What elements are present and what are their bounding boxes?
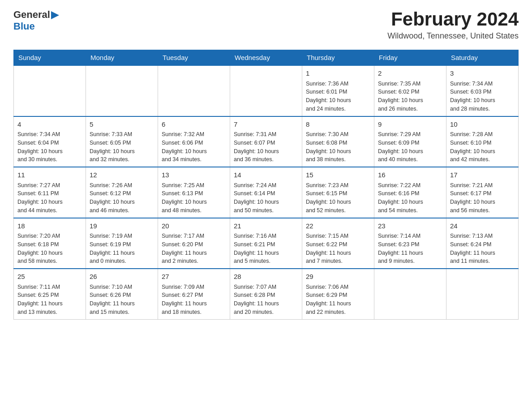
day-info: Sunrise: 7:25 AM Sunset: 6:13 PM Dayligh… xyxy=(162,181,226,215)
calendar-cell: 26Sunrise: 7:10 AM Sunset: 6:26 PM Dayli… xyxy=(86,269,158,319)
day-number: 11 xyxy=(17,170,82,180)
day-info: Sunrise: 7:29 AM Sunset: 6:09 PM Dayligh… xyxy=(378,130,442,164)
day-info: Sunrise: 7:28 AM Sunset: 6:10 PM Dayligh… xyxy=(450,130,515,164)
calendar-cell: 2Sunrise: 7:35 AM Sunset: 6:02 PM Daylig… xyxy=(374,65,446,116)
day-number: 21 xyxy=(234,221,298,231)
day-number: 3 xyxy=(450,68,515,79)
day-number: 10 xyxy=(450,120,515,130)
day-info: Sunrise: 7:31 AM Sunset: 6:07 PM Dayligh… xyxy=(234,130,298,164)
calendar-cell: 4Sunrise: 7:34 AM Sunset: 6:04 PM Daylig… xyxy=(14,116,86,167)
day-info: Sunrise: 7:16 AM Sunset: 6:21 PM Dayligh… xyxy=(234,232,298,265)
day-number: 12 xyxy=(90,170,154,180)
day-number: 14 xyxy=(234,170,298,180)
calendar-cell: 6Sunrise: 7:32 AM Sunset: 6:06 PM Daylig… xyxy=(158,116,230,167)
logo-arrow-icon xyxy=(51,11,59,19)
calendar-cell: 22Sunrise: 7:15 AM Sunset: 6:22 PM Dayli… xyxy=(302,218,374,269)
title-area: February 2024 Wildwood, Tennessee, Unite… xyxy=(387,9,519,41)
week-row-4: 18Sunrise: 7:20 AM Sunset: 6:18 PM Dayli… xyxy=(14,218,519,269)
calendar-cell: 14Sunrise: 7:24 AM Sunset: 6:14 PM Dayli… xyxy=(230,167,302,218)
day-info: Sunrise: 7:19 AM Sunset: 6:19 PM Dayligh… xyxy=(90,232,154,265)
day-info: Sunrise: 7:22 AM Sunset: 6:16 PM Dayligh… xyxy=(378,181,442,215)
calendar-cell: 3Sunrise: 7:34 AM Sunset: 6:03 PM Daylig… xyxy=(446,65,519,116)
logo-blue: Blue xyxy=(13,21,35,32)
day-number: 20 xyxy=(162,221,226,231)
day-info: Sunrise: 7:34 AM Sunset: 6:03 PM Dayligh… xyxy=(450,80,515,113)
weekday-monday: Monday xyxy=(86,50,158,66)
location-subtitle: Wildwood, Tennessee, United States xyxy=(387,31,519,41)
calendar-cell: 13Sunrise: 7:25 AM Sunset: 6:13 PM Dayli… xyxy=(158,167,230,218)
day-info: Sunrise: 7:35 AM Sunset: 6:02 PM Dayligh… xyxy=(378,80,442,113)
calendar-cell: 7Sunrise: 7:31 AM Sunset: 6:07 PM Daylig… xyxy=(230,116,302,167)
calendar-cell: 17Sunrise: 7:21 AM Sunset: 6:17 PM Dayli… xyxy=(446,167,519,218)
day-number: 25 xyxy=(17,272,82,282)
day-number: 8 xyxy=(306,120,370,130)
day-number: 28 xyxy=(234,272,298,282)
page-header: General Blue February 2024 Wildwood, Ten… xyxy=(13,9,519,41)
day-info: Sunrise: 7:10 AM Sunset: 6:26 PM Dayligh… xyxy=(90,283,154,317)
calendar-cell: 10Sunrise: 7:28 AM Sunset: 6:10 PM Dayli… xyxy=(446,116,519,167)
calendar-cell xyxy=(158,65,230,116)
day-info: Sunrise: 7:32 AM Sunset: 6:06 PM Dayligh… xyxy=(162,130,226,164)
calendar-cell: 5Sunrise: 7:33 AM Sunset: 6:05 PM Daylig… xyxy=(86,116,158,167)
calendar-cell: 25Sunrise: 7:11 AM Sunset: 6:25 PM Dayli… xyxy=(14,269,86,319)
calendar-cell: 21Sunrise: 7:16 AM Sunset: 6:21 PM Dayli… xyxy=(230,218,302,269)
day-number: 17 xyxy=(450,170,515,180)
day-number: 1 xyxy=(306,68,370,79)
calendar-cell: 28Sunrise: 7:07 AM Sunset: 6:28 PM Dayli… xyxy=(230,269,302,319)
day-number: 5 xyxy=(90,120,154,130)
day-number: 24 xyxy=(450,221,515,231)
calendar-cell: 8Sunrise: 7:30 AM Sunset: 6:08 PM Daylig… xyxy=(302,116,374,167)
day-info: Sunrise: 7:17 AM Sunset: 6:20 PM Dayligh… xyxy=(162,232,226,265)
weekday-sunday: Sunday xyxy=(14,50,86,66)
weekday-tuesday: Tuesday xyxy=(158,50,230,66)
logo-general: General xyxy=(13,9,50,21)
calendar-cell xyxy=(374,269,446,319)
calendar-cell: 29Sunrise: 7:06 AM Sunset: 6:29 PM Dayli… xyxy=(302,269,374,319)
calendar-cell: 9Sunrise: 7:29 AM Sunset: 6:09 PM Daylig… xyxy=(374,116,446,167)
calendar-header: SundayMondayTuesdayWednesdayThursdayFrid… xyxy=(14,50,519,66)
calendar-body: 1Sunrise: 7:36 AM Sunset: 6:01 PM Daylig… xyxy=(14,65,519,319)
day-info: Sunrise: 7:33 AM Sunset: 6:05 PM Dayligh… xyxy=(90,130,154,164)
day-number: 18 xyxy=(17,221,82,231)
day-info: Sunrise: 7:14 AM Sunset: 6:23 PM Dayligh… xyxy=(378,232,442,265)
week-row-5: 25Sunrise: 7:11 AM Sunset: 6:25 PM Dayli… xyxy=(14,269,519,319)
day-number: 9 xyxy=(378,120,442,130)
day-info: Sunrise: 7:21 AM Sunset: 6:17 PM Dayligh… xyxy=(450,181,515,215)
week-row-2: 4Sunrise: 7:34 AM Sunset: 6:04 PM Daylig… xyxy=(14,116,519,167)
calendar-cell: 11Sunrise: 7:27 AM Sunset: 6:11 PM Dayli… xyxy=(14,167,86,218)
calendar-cell: 20Sunrise: 7:17 AM Sunset: 6:20 PM Dayli… xyxy=(158,218,230,269)
weekday-thursday: Thursday xyxy=(302,50,374,66)
calendar-cell: 1Sunrise: 7:36 AM Sunset: 6:01 PM Daylig… xyxy=(302,65,374,116)
week-row-1: 1Sunrise: 7:36 AM Sunset: 6:01 PM Daylig… xyxy=(14,65,519,116)
weekday-saturday: Saturday xyxy=(446,50,519,66)
day-number: 29 xyxy=(306,272,370,282)
day-number: 22 xyxy=(306,221,370,231)
day-info: Sunrise: 7:09 AM Sunset: 6:27 PM Dayligh… xyxy=(162,283,226,317)
logo: General Blue xyxy=(13,9,59,32)
day-info: Sunrise: 7:27 AM Sunset: 6:11 PM Dayligh… xyxy=(17,181,82,215)
calendar-cell xyxy=(14,65,86,116)
calendar-cell xyxy=(86,65,158,116)
calendar-cell: 27Sunrise: 7:09 AM Sunset: 6:27 PM Dayli… xyxy=(158,269,230,319)
day-info: Sunrise: 7:20 AM Sunset: 6:18 PM Dayligh… xyxy=(17,232,82,265)
day-number: 7 xyxy=(234,120,298,130)
day-number: 4 xyxy=(17,120,82,130)
calendar-cell: 12Sunrise: 7:26 AM Sunset: 6:12 PM Dayli… xyxy=(86,167,158,218)
day-number: 16 xyxy=(378,170,442,180)
calendar-table: SundayMondayTuesdayWednesdayThursdayFrid… xyxy=(13,50,519,320)
day-number: 26 xyxy=(90,272,154,282)
day-info: Sunrise: 7:24 AM Sunset: 6:14 PM Dayligh… xyxy=(234,181,298,215)
calendar-cell: 15Sunrise: 7:23 AM Sunset: 6:15 PM Dayli… xyxy=(302,167,374,218)
calendar-cell: 19Sunrise: 7:19 AM Sunset: 6:19 PM Dayli… xyxy=(86,218,158,269)
day-number: 2 xyxy=(378,68,442,79)
day-number: 6 xyxy=(162,120,226,130)
calendar-cell xyxy=(230,65,302,116)
day-info: Sunrise: 7:06 AM Sunset: 6:29 PM Dayligh… xyxy=(306,283,370,317)
calendar-cell: 24Sunrise: 7:13 AM Sunset: 6:24 PM Dayli… xyxy=(446,218,519,269)
day-info: Sunrise: 7:26 AM Sunset: 6:12 PM Dayligh… xyxy=(90,181,154,215)
day-info: Sunrise: 7:13 AM Sunset: 6:24 PM Dayligh… xyxy=(450,232,515,265)
calendar-cell xyxy=(446,269,519,319)
day-info: Sunrise: 7:30 AM Sunset: 6:08 PM Dayligh… xyxy=(306,130,370,164)
day-number: 27 xyxy=(162,272,226,282)
week-row-3: 11Sunrise: 7:27 AM Sunset: 6:11 PM Dayli… xyxy=(14,167,519,218)
